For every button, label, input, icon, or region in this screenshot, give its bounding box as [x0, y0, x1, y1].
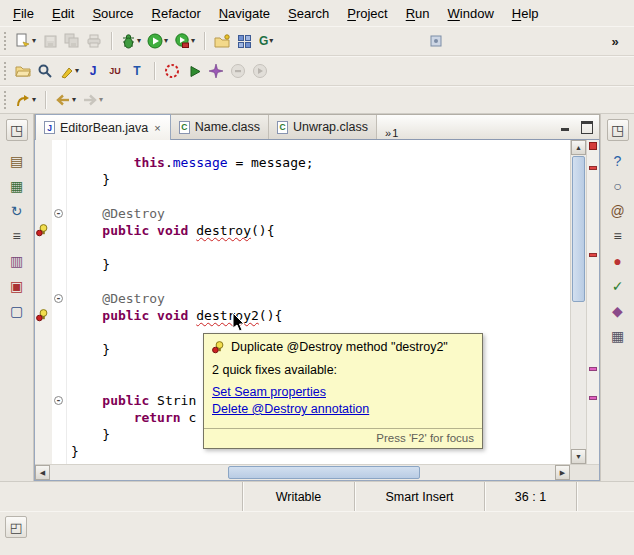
- console-view-icon[interactable]: ▢: [6, 300, 28, 322]
- last-edit-location-button[interactable]: ▾: [12, 88, 39, 112]
- outline-view-icon[interactable]: ≡: [6, 225, 28, 247]
- quickfix-marker-icon[interactable]: [36, 223, 50, 237]
- servers-view-icon[interactable]: ●: [607, 250, 629, 272]
- minimize-editor-button[interactable]: [557, 119, 574, 134]
- run-last-launched-button[interactable]: [183, 59, 205, 83]
- new-web-component-button[interactable]: [233, 29, 255, 53]
- menu-search[interactable]: Search: [279, 2, 338, 25]
- properties-view-icon[interactable]: ▦: [607, 325, 629, 347]
- dropdown-arrow-icon[interactable]: ▾: [191, 37, 195, 45]
- javadoc-view-icon[interactable]: @: [607, 200, 629, 222]
- menu-navigate[interactable]: Navigate: [210, 2, 279, 25]
- code-line[interactable]: @Destroy: [71, 290, 569, 307]
- maximize-editor-button[interactable]: [578, 119, 595, 134]
- call-hierarchy-view-icon[interactable]: ↻: [6, 200, 28, 222]
- menu-project[interactable]: Project: [338, 2, 396, 25]
- resume-button[interactable]: [249, 59, 271, 83]
- horizontal-scrollbar[interactable]: ◀ ▶: [35, 464, 570, 480]
- overview-mark[interactable]: [589, 166, 597, 170]
- scroll-up-button[interactable]: ▲: [571, 140, 586, 155]
- templates-view-icon[interactable]: ▥: [6, 250, 28, 272]
- fold-collapse-toggle[interactable]: -: [54, 294, 63, 303]
- menu-window[interactable]: Window: [439, 2, 503, 25]
- toolbar-overflow-chevron[interactable]: »: [604, 29, 626, 53]
- run-external-tools-button[interactable]: ▾: [171, 29, 198, 53]
- overview-mark[interactable]: [589, 396, 597, 400]
- print-button[interactable]: [83, 29, 105, 53]
- menu-refactor[interactable]: Refactor: [143, 2, 210, 25]
- new-wizard-star-button[interactable]: [205, 59, 227, 83]
- code-line[interactable]: [71, 188, 569, 205]
- fold-collapse-toggle[interactable]: -: [54, 209, 63, 218]
- scroll-down-button[interactable]: ▼: [571, 449, 586, 464]
- fold-ruler[interactable]: ---: [52, 140, 67, 464]
- declaration-view-icon[interactable]: ≡: [607, 225, 629, 247]
- help-view-icon[interactable]: ?: [607, 150, 629, 172]
- restore-fast-view-icon[interactable]: ◳: [607, 119, 629, 141]
- stop-button[interactable]: [227, 59, 249, 83]
- fast-view-button[interactable]: ◰: [5, 516, 27, 538]
- code-line[interactable]: this.message = message;: [71, 154, 569, 171]
- annotation-ruler[interactable]: [35, 140, 52, 464]
- tab-overflow-button[interactable]: »1: [385, 127, 398, 139]
- dropdown-arrow-icon[interactable]: ▾: [99, 96, 103, 104]
- forward-history-button[interactable]: ▾: [79, 88, 106, 112]
- dropdown-arrow-icon[interactable]: ▾: [72, 96, 76, 104]
- mark-occurrences-button[interactable]: ▾: [56, 59, 82, 83]
- scroll-left-button[interactable]: ◀: [35, 465, 50, 480]
- menu-help[interactable]: Help: [503, 2, 548, 25]
- overview-ruler[interactable]: [586, 140, 599, 464]
- junit-button[interactable]: JU: [104, 59, 126, 83]
- code-line[interactable]: }: [71, 256, 569, 273]
- menu-file[interactable]: File: [4, 2, 43, 25]
- search-view-icon[interactable]: ○: [607, 175, 629, 197]
- plugin-button[interactable]: [425, 29, 447, 53]
- dropdown-arrow-icon[interactable]: ▾: [269, 37, 273, 45]
- dropdown-arrow-icon[interactable]: ▾: [137, 37, 141, 45]
- horizontal-scroll-thumb[interactable]: [228, 466, 421, 479]
- code-line[interactable]: [71, 273, 569, 290]
- run-button[interactable]: ▾: [144, 29, 171, 53]
- save-button[interactable]: [39, 29, 61, 53]
- toolbar-drag-handle[interactable]: [4, 32, 7, 50]
- dropdown-arrow-icon[interactable]: ▾: [32, 96, 36, 104]
- fold-collapse-toggle[interactable]: -: [54, 396, 63, 405]
- toolbar-drag-handle[interactable]: [4, 62, 7, 80]
- java-search-button[interactable]: J: [82, 59, 104, 83]
- code-line[interactable]: public void destroy(){: [71, 222, 569, 239]
- open-file-button[interactable]: [12, 59, 34, 83]
- overview-mark[interactable]: [589, 367, 597, 371]
- quickfix-marker-icon[interactable]: [36, 308, 50, 322]
- back-history-button[interactable]: ▾: [52, 88, 79, 112]
- vertical-scrollbar[interactable]: ▲ ▼: [570, 140, 586, 464]
- vertical-scroll-thumb[interactable]: [572, 156, 585, 302]
- code-line[interactable]: [71, 239, 569, 256]
- tab-name-class[interactable]: C Name.class: [171, 115, 269, 139]
- dropdown-arrow-icon[interactable]: ▾: [164, 37, 168, 45]
- new-wizard-button[interactable]: ▾: [12, 29, 39, 53]
- overview-mark[interactable]: [589, 253, 597, 257]
- menu-run[interactable]: Run: [397, 2, 439, 25]
- overview-error-indicator[interactable]: [589, 142, 597, 150]
- tab-close-icon[interactable]: ×: [153, 123, 161, 133]
- quickfix-link-delete-destroy-annotation[interactable]: Delete @Destroy annotation: [212, 402, 474, 416]
- menu-edit[interactable]: Edit: [43, 2, 83, 25]
- tab-unwrap-class[interactable]: C Unwrap.class: [269, 115, 377, 139]
- profile-button[interactable]: [161, 59, 183, 83]
- code-line[interactable]: public void destroy2(){: [71, 307, 569, 324]
- restore-fast-view-icon[interactable]: ◳: [6, 119, 28, 141]
- toolbar-drag-handle[interactable]: [4, 91, 7, 109]
- java-editor[interactable]: --- this.message = message; } @Destroy p…: [34, 140, 600, 481]
- save-all-button[interactable]: [61, 29, 83, 53]
- problems-view-icon[interactable]: ▣: [6, 275, 28, 297]
- palette-view-icon[interactable]: ◆: [607, 300, 629, 322]
- code-line[interactable]: @Destroy: [71, 205, 569, 222]
- package-explorer-view-icon[interactable]: ▤: [6, 150, 28, 172]
- scroll-right-button[interactable]: ▶: [555, 465, 570, 480]
- quickfix-link-set-seam-properties[interactable]: Set Seam properties: [212, 385, 474, 399]
- code-line[interactable]: }: [71, 171, 569, 188]
- dropdown-arrow-icon[interactable]: ▾: [32, 37, 36, 45]
- debug-button[interactable]: ▾: [118, 29, 144, 53]
- new-seam-project-button[interactable]: [211, 29, 233, 53]
- new-getter-setter-button[interactable]: G▾: [255, 29, 277, 53]
